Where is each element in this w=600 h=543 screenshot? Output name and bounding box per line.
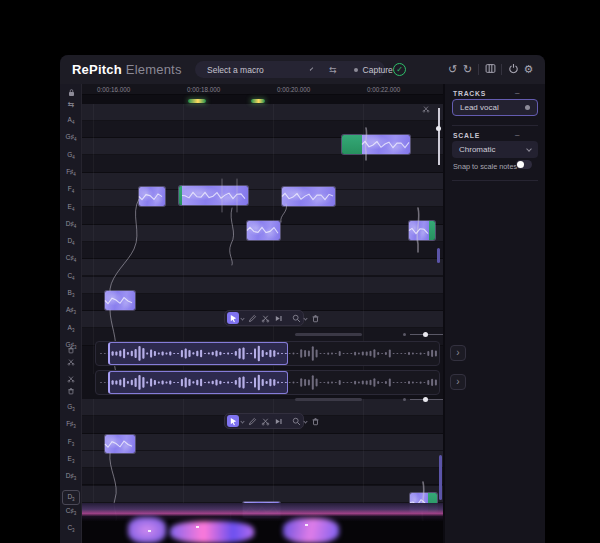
track2-trash-icon[interactable] — [65, 385, 77, 396]
note-pitch-body — [139, 187, 165, 206]
pencil-tool-button[interactable] — [246, 312, 258, 324]
h-scrollbar-bottom[interactable] — [295, 398, 362, 401]
pitch-edit-grid[interactable]: 0:00:16.0000:00:18.0000:00:20.0000:00:22… — [82, 84, 443, 543]
note-label-g3: G3 — [60, 403, 82, 412]
note-label-fs4: F♯4 — [60, 168, 82, 177]
track-name: Lead vocal — [460, 103, 499, 112]
note-blob[interactable] — [247, 221, 280, 240]
h-scrollbar-top[interactable] — [295, 333, 362, 336]
pitch-row-e4 — [82, 190, 443, 207]
transfer-icon[interactable]: ⇆ — [329, 65, 337, 75]
zoom-out-dot-2[interactable] — [403, 398, 406, 401]
waveform-selection-1[interactable] — [108, 342, 288, 365]
note-blob[interactable] — [179, 186, 248, 205]
scale-value: Chromatic — [459, 145, 495, 154]
grid-line — [93, 399, 94, 503]
note-label-d3[interactable]: D3 — [62, 490, 80, 505]
track-item-lead-vocal[interactable]: Lead vocal — [452, 99, 538, 116]
scissors-icon[interactable] — [422, 99, 430, 117]
track-state-dot-icon — [525, 105, 530, 110]
repitch-window: RePitchElements Select a macro ⇆ Capture… — [60, 55, 545, 543]
divider — [452, 125, 538, 126]
pitch-row-as3 — [82, 294, 443, 311]
scale-collapse-button[interactable]: – — [515, 130, 519, 139]
brand-light: Elements — [126, 62, 182, 77]
scissors-tool-button[interactable] — [259, 415, 271, 427]
loop-icon[interactable]: ⇆ — [65, 99, 77, 110]
skip-tool-button[interactable] — [272, 312, 284, 324]
pencil-tool-button[interactable] — [246, 415, 258, 427]
vertical-zoom-knob[interactable] — [436, 126, 441, 131]
vertical-scrollbar-thumb-lower[interactable] — [439, 455, 442, 500]
track1-trash-icon[interactable] — [65, 344, 77, 355]
zoom-tool-button[interactable] — [290, 415, 302, 427]
pointer-tool-button[interactable] — [227, 312, 239, 324]
vertical-scrollbar-thumb[interactable] — [437, 248, 440, 263]
h-zoom-knob-bottom[interactable] — [423, 397, 428, 402]
note-pitch-body — [247, 221, 280, 240]
track1-forward-button[interactable]: › — [450, 345, 466, 361]
waveform-track-2[interactable] — [95, 370, 440, 395]
power-button[interactable] — [507, 63, 520, 76]
scissors-tool-button[interactable] — [259, 312, 271, 324]
zoom-tool-button[interactable] — [290, 312, 302, 324]
timeline-tick: 0:00:18.000 — [187, 86, 220, 93]
undo-button[interactable]: ↺ — [446, 63, 459, 76]
note-green-segment — [342, 135, 362, 154]
note-blob[interactable] — [409, 221, 435, 240]
redo-button[interactable]: ↻ — [461, 63, 474, 76]
grid-line — [93, 103, 94, 374]
note-label-e3: E3 — [60, 455, 82, 464]
scale-header: SCALE — [453, 132, 480, 139]
melt-speck — [305, 524, 308, 526]
app-title: RePitchElements — [72, 62, 182, 77]
h-zoom-knob-top[interactable] — [423, 332, 428, 337]
waveform-selection-2[interactable] — [108, 371, 288, 394]
grid-line — [183, 399, 184, 503]
track2-scissors-icon[interactable] — [65, 373, 77, 384]
note-blob[interactable] — [342, 135, 410, 154]
gear-icon[interactable]: ⚙ — [522, 63, 535, 76]
melt-blob — [170, 521, 254, 543]
capture-button[interactable]: Capture — [347, 65, 393, 75]
divider — [501, 64, 502, 75]
layout-columns-button[interactable] — [484, 63, 497, 76]
trash-tool-button[interactable] — [309, 415, 321, 427]
status-check-icon[interactable]: ✓ — [393, 63, 406, 76]
melt-speck — [196, 526, 199, 528]
track1-scissors-icon[interactable] — [65, 356, 77, 367]
vertical-zoom-slider[interactable] — [438, 108, 440, 165]
note-blob[interactable] — [139, 187, 165, 206]
settings-panel: TRACKS – Lead vocal SCALE – Chromatic Sn… — [445, 84, 545, 543]
pitch-row-f4 — [82, 173, 443, 190]
tool-chevron-icon[interactable] — [240, 419, 244, 423]
snap-toggle[interactable] — [516, 160, 532, 169]
timeline-tick: 0:00:20.000 — [277, 86, 310, 93]
tracks-header: TRACKS — [453, 90, 486, 97]
trash-tool-button[interactable] — [309, 312, 321, 324]
loop-marker[interactable] — [251, 99, 265, 103]
scale-select[interactable]: Chromatic — [452, 141, 538, 158]
loop-marker[interactable] — [188, 99, 206, 103]
pointer-tool-button[interactable] — [227, 415, 239, 427]
capture-dot-icon — [354, 68, 358, 72]
zoom-out-dot[interactable] — [403, 333, 406, 336]
tracks-collapse-button[interactable]: – — [515, 88, 519, 97]
note-blob[interactable] — [105, 435, 135, 453]
note-label-g4: G4 — [60, 151, 82, 160]
note-label-as3: A♯3 — [60, 306, 82, 315]
timeline-ruler[interactable]: 0:00:16.0000:00:18.0000:00:20.0000:00:22… — [82, 84, 443, 95]
note-pitch-body — [105, 291, 135, 310]
track2-forward-button[interactable]: › — [450, 374, 466, 390]
macro-dropdown[interactable]: Select a macro — [195, 65, 305, 75]
tool-chevron-icon[interactable] — [240, 316, 244, 320]
note-blob[interactable] — [105, 291, 135, 310]
macro-capture-group: Select a macro ⇆ Capture — [195, 61, 385, 78]
note-blob[interactable] — [282, 187, 335, 206]
skip-tool-button[interactable] — [272, 415, 284, 427]
waveform-track-1[interactable] — [95, 341, 440, 366]
note-label-b3: B3 — [60, 289, 82, 298]
macro-dropdown-label: Select a macro — [207, 65, 264, 75]
lock-icon[interactable] — [65, 87, 77, 98]
pitch-row-cs4 — [82, 242, 443, 259]
